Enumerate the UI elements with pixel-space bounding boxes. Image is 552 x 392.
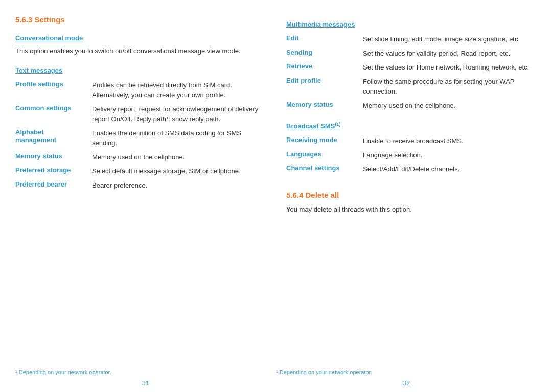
mm-settings-table: EditSet slide timing, edit mode, image s… bbox=[286, 32, 537, 112]
setting-def: Set the values for validity period, Read… bbox=[363, 47, 537, 61]
footnote-area: ¹ Depending on your network operator. ¹ … bbox=[0, 364, 552, 379]
table-row: Common settingsDelivery report, request … bbox=[15, 102, 266, 126]
table-row: Profile settingsProfiles can be retrieve… bbox=[15, 78, 266, 102]
setting-term: Sending bbox=[286, 47, 363, 61]
right-page-num: 32 bbox=[276, 379, 537, 387]
left-footnote: ¹ Depending on your network operator. bbox=[15, 369, 276, 375]
setting-def: Memory used on the cellphone. bbox=[363, 99, 537, 113]
setting-def: Set slide timing, edit mode, image size … bbox=[363, 32, 537, 47]
broadcast-sms-title: Broadcast SMS(1) bbox=[286, 122, 537, 130]
setting-def: Delivery report, request for acknowledge… bbox=[92, 102, 266, 126]
setting-def: Follow the same procedure as for setting… bbox=[363, 75, 537, 99]
table-row: SendingSet the values for validity perio… bbox=[286, 47, 537, 61]
setting-def: Enable to receive broadcast SMS. bbox=[363, 134, 537, 148]
left-page-num: 31 bbox=[15, 379, 276, 387]
setting-def: Set the values for Home network, Roaming… bbox=[363, 60, 537, 75]
table-row: Memory statusMemory used on the cellphon… bbox=[286, 99, 537, 113]
left-column: 5.6.3 Settings Conversational mode This … bbox=[15, 15, 266, 354]
setting-term: Profile settings bbox=[15, 78, 92, 102]
conversational-intro: This option enables you to switch on/off… bbox=[15, 46, 261, 56]
delete-intro: You may delete all threads with this opt… bbox=[286, 204, 537, 215]
table-row: Alphabet managementEnables the definitio… bbox=[15, 126, 266, 150]
setting-term: Edit bbox=[286, 32, 363, 47]
setting-def: Select/Add/Edit/Delete channels. bbox=[363, 162, 537, 176]
table-row: Memory statusMemory used on the cellphon… bbox=[15, 150, 266, 165]
conversational-mode-title: Conversational mode bbox=[15, 34, 266, 42]
setting-term: Languages bbox=[286, 148, 363, 163]
table-row: LanguagesLanguage selection. bbox=[286, 148, 537, 163]
setting-def: Bearer preference. bbox=[92, 178, 266, 193]
table-row: Channel settingsSelect/Add/Edit/Delete c… bbox=[286, 162, 537, 176]
page-num-row: 31 32 bbox=[0, 379, 552, 392]
setting-def: Memory used on the cellphone. bbox=[92, 150, 266, 165]
setting-term: Channel settings bbox=[286, 162, 363, 176]
setting-def: Select default message storage, SIM or c… bbox=[92, 164, 266, 178]
setting-def: Enables the definition of SMS data codin… bbox=[92, 126, 266, 150]
table-row: Preferred bearerBearer preference. bbox=[15, 178, 266, 193]
section-564-title: 5.6.4 Delete all bbox=[286, 191, 537, 199]
setting-term: Retrieve bbox=[286, 60, 363, 75]
right-column: Multimedia messages EditSet slide timing… bbox=[286, 15, 537, 354]
delete-section: 5.6.4 Delete all You may delete all thre… bbox=[286, 191, 537, 215]
table-row: Receiving modeEnable to receive broadcas… bbox=[286, 134, 537, 148]
setting-term: Memory status bbox=[15, 150, 92, 165]
text-messages-title: Text messages bbox=[15, 66, 266, 74]
setting-term: Common settings bbox=[15, 102, 92, 126]
section-563-title: 5.6.3 Settings bbox=[15, 15, 266, 24]
setting-def: Language selection. bbox=[363, 148, 537, 163]
table-row: RetrieveSet the values for Home network,… bbox=[286, 60, 537, 75]
setting-term: Preferred bearer bbox=[15, 178, 92, 193]
setting-term: Alphabet management bbox=[15, 126, 92, 150]
setting-term: Memory status bbox=[286, 99, 363, 113]
multimedia-messages-title: Multimedia messages bbox=[286, 20, 537, 28]
setting-term: Edit profile bbox=[286, 75, 363, 99]
text-settings-table: Profile settingsProfiles can be retrieve… bbox=[15, 78, 266, 193]
table-row: EditSet slide timing, edit mode, image s… bbox=[286, 32, 537, 47]
setting-def: Profiles can be retrieved directly from … bbox=[92, 78, 266, 102]
broadcast-settings-table: Receiving modeEnable to receive broadcas… bbox=[286, 134, 537, 176]
table-row: Preferred storageSelect default message … bbox=[15, 164, 266, 178]
setting-term: Preferred storage bbox=[15, 164, 92, 178]
right-footnote: ¹ Depending on your network operator. bbox=[276, 369, 537, 375]
table-row: Edit profileFollow the same procedure as… bbox=[286, 75, 537, 99]
setting-term: Receiving mode bbox=[286, 134, 363, 148]
